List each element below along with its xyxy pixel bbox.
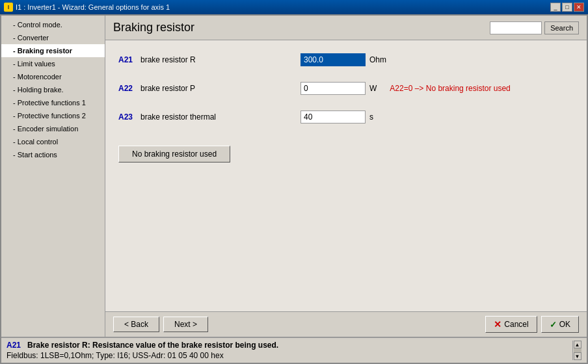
sidebar-item-motorencoder[interactable]: Motorencoder <box>1 70 105 83</box>
sidebar-item-converter[interactable]: Converter <box>1 31 105 44</box>
sidebar-item-holding-brake[interactable]: Holding brake. <box>1 83 105 96</box>
field-row-a23: A23 brake resistor thermal s <box>118 110 574 124</box>
field-row-a21: A21 brake resistor R Ohm <box>118 53 574 66</box>
param-name-a21: brake resistor R <box>140 55 196 64</box>
status-fieldbus: Fieldbus: 1LSB=0,1Ohm; Type: I16; USS-Ad… <box>7 351 572 360</box>
param-unit-a22: W <box>369 84 377 93</box>
sidebar-item-local-control[interactable]: Local control <box>1 135 105 148</box>
maximize-button[interactable]: □ <box>562 3 572 12</box>
param-code-a23: A23 <box>118 112 137 122</box>
param-code-a21: A21 <box>118 55 137 64</box>
sidebar-item-control-mode[interactable]: Control mode. <box>1 18 105 31</box>
param-unit-a23: s <box>369 112 373 122</box>
sidebar-item-protective-functions-2[interactable]: Protective functions 2 <box>1 109 105 122</box>
cancel-label: Cancel <box>504 320 528 329</box>
param-unit-a21: Ohm <box>369 55 386 64</box>
title-bar: I I1 : Inverter1 - Wizard: General optio… <box>0 0 588 14</box>
param-input-a21[interactable] <box>301 53 366 66</box>
sidebar-item-braking-resistor[interactable]: Braking resistor <box>1 44 105 57</box>
panel-title: Braking resistor <box>113 21 194 34</box>
sidebar-item-limit-values[interactable]: Limit values <box>1 57 105 70</box>
status-code: A21 <box>7 341 21 350</box>
panel-header: Braking resistor Search <box>105 16 587 40</box>
param-input-a22[interactable] <box>301 82 366 95</box>
field-row-a22: A22 brake resistor P W A22=0 –> No braki… <box>118 82 574 95</box>
cancel-button[interactable]: ✕ Cancel <box>485 316 537 333</box>
back-button[interactable]: < Back <box>113 317 159 332</box>
next-button[interactable]: Next > <box>163 317 208 332</box>
no-resistor-button[interactable]: No braking resistor used <box>118 146 230 162</box>
status-label: Brake resistor R: <box>27 341 90 350</box>
window-title: I1 : Inverter1 - Wizard: General options… <box>16 3 170 11</box>
sidebar-item-start-actions[interactable]: Start actions <box>1 148 105 161</box>
param-input-a23[interactable] <box>301 110 366 124</box>
param-name-a23: brake resistor thermal <box>140 112 216 122</box>
ok-icon: ✓ <box>550 320 557 330</box>
close-button[interactable]: ✕ <box>574 3 584 12</box>
sidebar-item-encoder-simulation[interactable]: Encoder simulation <box>1 122 105 135</box>
search-input[interactable] <box>490 21 542 34</box>
ok-button[interactable]: ✓ OK <box>541 316 579 333</box>
search-button[interactable]: Search <box>544 21 579 34</box>
param-code-a22: A22 <box>118 84 137 93</box>
form-content: A21 brake resistor R Ohm A22 brake resis… <box>105 40 587 311</box>
sidebar-item-protective-functions-1[interactable]: Protective functions 1 <box>1 96 105 109</box>
status-bar: A21 Brake resistor R: Resistance value o… <box>1 337 587 363</box>
bottom-nav: < Back Next > ✕ Cancel ✓ OK <box>105 311 587 337</box>
sidebar: Control mode. Converter Braking resistor… <box>1 16 105 337</box>
cancel-icon: ✕ <box>494 319 501 330</box>
status-description: Resistance value of the brake resistor b… <box>92 341 278 350</box>
scroll-up-button[interactable]: ▲ <box>574 341 581 348</box>
scroll-down-button[interactable]: ▼ <box>574 352 581 360</box>
ok-label: OK <box>559 320 570 329</box>
status-message: A22=0 –> No braking resistor used <box>390 84 510 93</box>
param-name-a22: brake resistor P <box>140 84 195 93</box>
status-scrollbar: ▲ ▼ <box>572 341 581 360</box>
window-icon: I <box>4 3 13 12</box>
minimize-button[interactable]: _ <box>550 3 561 12</box>
